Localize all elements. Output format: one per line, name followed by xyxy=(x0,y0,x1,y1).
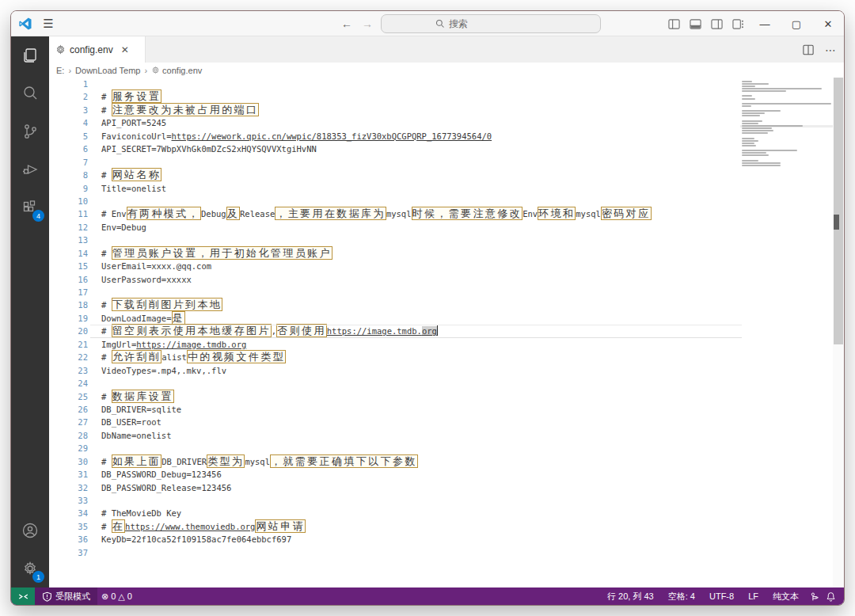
code-line[interactable]: 11# Env有两种模式，Debug及Release，主要用在数据库为mysql… xyxy=(49,207,844,220)
eol-sequence[interactable]: LF xyxy=(744,591,762,601)
code-line[interactable]: 13 xyxy=(49,234,844,246)
shield-icon xyxy=(42,591,52,602)
code-line[interactable]: 5FaviconicoUrl=https://wework.qpic.cn/ww… xyxy=(49,130,844,143)
nav-back-icon[interactable]: ← xyxy=(341,17,352,30)
sidebar-item-source-control[interactable] xyxy=(11,112,49,150)
encoding[interactable]: UTF-8 xyxy=(705,591,738,601)
code-line[interactable]: 34# TheMovieDb Key xyxy=(49,507,844,519)
code-line[interactable]: 32DB_PASSWORD_Release=123456 xyxy=(49,481,844,494)
breadcrumb-drive[interactable]: E: xyxy=(56,66,64,75)
vertical-scrollbar[interactable] xyxy=(833,78,844,587)
line-number: 3 xyxy=(49,104,101,116)
code-line[interactable]: 37 xyxy=(49,546,844,559)
code-line[interactable]: 22# 允许刮削alist中的视频文件类型 xyxy=(49,351,844,363)
code-text: mysql xyxy=(386,209,412,219)
more-actions-icon[interactable]: ⋯ xyxy=(825,44,836,56)
code-text: # xyxy=(101,522,112,531)
code-line[interactable]: 3# 注意要改为未被占用的端口 xyxy=(49,104,844,116)
code-line[interactable]: 21ImgUrl=https://image.tmdb.org xyxy=(49,338,844,351)
code-line[interactable]: 27DB_USER=root xyxy=(49,416,844,428)
code-line[interactable]: 4API_PORT=5245 xyxy=(49,116,844,129)
problems-indicator[interactable]: ⊗ 0 △ 0 xyxy=(97,591,136,602)
sidebar-item-extensions[interactable]: 4 xyxy=(11,188,49,226)
account-button[interactable] xyxy=(11,511,49,549)
sidebar-item-explorer[interactable] xyxy=(11,36,49,74)
sidebar-item-run-debug[interactable] xyxy=(11,150,49,188)
unicode-highlight-text: 在 xyxy=(112,519,125,533)
code-line[interactable]: 35# 在https://www.themoviedb.org网站申请 xyxy=(49,520,844,533)
language-mode[interactable]: 纯文本 xyxy=(769,591,803,603)
code-line[interactable]: 12Env=Debug xyxy=(49,221,844,234)
unicode-highlight-text: 否则使用 xyxy=(276,324,327,337)
code-line[interactable]: 17 xyxy=(49,286,844,298)
code-line[interactable]: 14# 管理员账户设置，用于初始化管理员账户 xyxy=(49,247,844,260)
toggle-sidebar-icon[interactable] xyxy=(668,18,680,30)
errors-icon: ⊗ xyxy=(101,591,108,602)
breadcrumb-file[interactable]: config.env xyxy=(162,66,202,75)
line-number: 34 xyxy=(49,507,101,519)
url-link[interactable]: https://image.tmdb.org xyxy=(136,340,246,349)
chevron-right-icon: › xyxy=(144,66,147,75)
nav-forward-icon[interactable]: → xyxy=(362,17,373,30)
close-button[interactable]: ✕ xyxy=(812,11,844,36)
sidebar-item-search[interactable] xyxy=(11,74,49,112)
code-line[interactable]: 29 xyxy=(49,442,844,454)
code-text: mysql xyxy=(245,457,270,466)
line-number: 33 xyxy=(49,494,101,507)
url-link[interactable]: https://image.tmdb. xyxy=(327,326,422,336)
code-line[interactable]: 15UserEmail=xxxx.@qq.com xyxy=(49,260,844,272)
code-line[interactable]: 28DbName=onelist xyxy=(49,429,844,442)
maximize-button[interactable]: ▢ xyxy=(781,11,812,36)
code-line[interactable]: 19DownLoadImage=是 xyxy=(49,312,844,325)
settings-button[interactable]: 1 xyxy=(11,549,49,587)
cursor-position[interactable]: 行 20, 列 43 xyxy=(603,591,658,603)
menu-icon[interactable]: ☰ xyxy=(42,17,55,30)
code-line[interactable]: 36KeyDb=22f10ca52f109158ac7fe064ebbcf697 xyxy=(49,533,844,546)
toggle-panel-icon[interactable] xyxy=(690,18,701,30)
remote-icon xyxy=(18,591,28,602)
remote-indicator[interactable] xyxy=(11,587,35,605)
code-line[interactable]: 33 xyxy=(49,494,844,507)
code-text: DB_USER=root xyxy=(101,417,162,427)
code-line[interactable]: 16UserPassword=xxxxx xyxy=(49,273,844,286)
code-line[interactable]: 10 xyxy=(49,195,844,207)
split-editor-icon[interactable] xyxy=(803,44,814,55)
code-line[interactable]: 7 xyxy=(49,156,844,169)
breadcrumb-folder[interactable]: DownLoad Temp xyxy=(75,66,140,75)
customize-layout-icon[interactable] xyxy=(732,18,744,30)
toggle-secondary-sidebar-icon[interactable] xyxy=(711,18,723,30)
url-link[interactable]: https://wework.qpic.cn/wwpic/818353_fizV… xyxy=(172,131,492,141)
code-line[interactable]: 26DB_DRIVER=sqlite xyxy=(49,403,844,416)
minimize-button[interactable]: — xyxy=(749,11,781,36)
line-number: 7 xyxy=(49,156,101,169)
unicode-highlight-text: ，就需要正确填下以下参数 xyxy=(270,454,418,468)
code-line[interactable]: 23VideoTypes=.mp4,.mkv,.flv xyxy=(49,364,844,377)
indentation[interactable]: 空格: 4 xyxy=(664,591,699,603)
code-line[interactable]: 30# 如果上面DB_DRIVER类型为mysql，就需要正确填下以下参数 xyxy=(49,455,844,468)
code-editor[interactable]: 12# 服务设置3# 注意要改为未被占用的端口4API_PORT=52455Fa… xyxy=(49,78,844,587)
code-line[interactable]: 6API_SECRET=7WbpXVhGk0mDZcS2xHQYSQVVXtgi… xyxy=(49,143,844,155)
code-line[interactable]: 18# 下载刮削图片到本地 xyxy=(49,298,844,311)
url-link[interactable]: https://www.themoviedb.org xyxy=(125,522,255,531)
line-number: 23 xyxy=(49,364,101,377)
line-number: 35 xyxy=(49,520,101,533)
restricted-mode-indicator[interactable]: 受限模式 xyxy=(35,587,97,605)
command-center-search[interactable]: 搜索 xyxy=(381,14,601,33)
feedback-icon[interactable] xyxy=(809,591,819,602)
minimap[interactable] xyxy=(742,78,833,587)
code-line[interactable]: 9Title=onelist xyxy=(49,182,844,195)
warnings-count: 0 xyxy=(127,591,132,601)
code-text: # xyxy=(101,352,112,362)
notifications-bell-icon[interactable] xyxy=(826,591,836,602)
code-line[interactable]: 25# 数据库设置 xyxy=(49,390,844,403)
url-link[interactable]: org xyxy=(422,326,437,336)
code-line[interactable]: 2# 服务设置 xyxy=(49,90,844,103)
tab-close-icon[interactable]: ✕ xyxy=(121,44,129,55)
code-line[interactable]: 20# 留空则表示使用本地缓存图片,否则使用https://image.tmdb… xyxy=(49,325,844,337)
scrollbar-thumb[interactable] xyxy=(834,78,843,344)
code-line[interactable]: 1 xyxy=(49,78,844,90)
code-line[interactable]: 24 xyxy=(49,377,844,390)
code-line[interactable]: 31DB_PASSWORD_Debug=123456 xyxy=(49,468,844,481)
tab-config-env[interactable]: config.env ✕ xyxy=(49,36,146,63)
code-line[interactable]: 8# 网站名称 xyxy=(49,169,844,181)
